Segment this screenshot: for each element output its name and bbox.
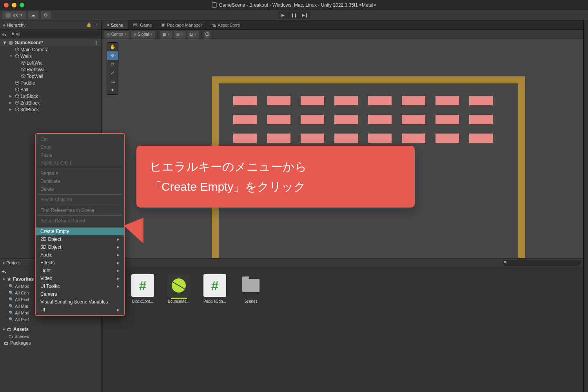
lock-icon[interactable]: 🔒 (86, 22, 92, 27)
folder-item[interactable]: 🗀Scenes (0, 333, 102, 340)
rotate-tool[interactable]: ⟳ (107, 60, 118, 69)
ctx-effects[interactable]: Effects▶ (36, 259, 124, 267)
asset-label: Scenes (237, 299, 265, 303)
pause-button[interactable]: ❚❚ (289, 11, 299, 19)
ctx-camera[interactable]: Camera (36, 290, 124, 298)
fav-item[interactable]: 🔍All Pref (0, 316, 102, 323)
ctx-ui[interactable]: UI▶ (36, 306, 124, 314)
ctx-3d-object[interactable]: 3D Object▶ (36, 243, 124, 251)
ctx-find-references[interactable]: Find References in Scene (36, 206, 124, 214)
account-name: KK (13, 13, 18, 18)
add-button[interactable]: +▾ (2, 31, 10, 37)
tab-asset-store[interactable]: 🛍Asset Store (207, 20, 245, 29)
tree-item-rightwall[interactable]: RightWall (0, 66, 102, 73)
cloud-icon: ☁ (31, 13, 35, 18)
hand-tool[interactable]: ✋ (107, 43, 118, 51)
project-search[interactable] (503, 260, 581, 266)
ctx-2d-object[interactable]: 2D Object▶ (36, 235, 124, 243)
hierarchy-tab[interactable]: ≡ Hierarchy 🔒⋮ (0, 20, 102, 30)
ctx-label: UI (40, 307, 45, 313)
transform-tool[interactable]: ✦ (107, 86, 118, 94)
assets-header[interactable]: ▼🗀Assets (0, 326, 102, 333)
tab-game[interactable]: 🎮Game (128, 20, 156, 29)
play-button[interactable]: ▶ (278, 11, 289, 19)
ctx-create-empty[interactable]: Create Empty (36, 228, 124, 235)
ctx-duplicate[interactable]: Duplicate (36, 177, 124, 185)
step-button[interactable]: ▶❚ (299, 11, 310, 19)
ctx-select-children[interactable]: Select Children (36, 196, 124, 204)
ctx-audio[interactable]: Audio▶ (36, 251, 124, 259)
expand-icon[interactable]: ▶ (9, 108, 13, 111)
rect-tool[interactable]: ▭ (107, 77, 118, 86)
maximize-icon[interactable] (20, 3, 24, 7)
tree-item-3rdblock[interactable]: ▶3rdBlock (0, 106, 102, 113)
expand-icon[interactable]: ▶ (9, 101, 13, 105)
move-tool[interactable]: ✥ (107, 51, 118, 60)
playback-controls: ▶ ❚❚ ▶❚ (278, 11, 310, 19)
expand-icon[interactable]: ▶ (9, 94, 13, 98)
hierarchy-title: Hierarchy (7, 23, 25, 27)
ctx-delete[interactable]: Delete (36, 185, 124, 193)
ctx-paste-as-child[interactable]: Paste As Child (36, 159, 124, 167)
expand-icon[interactable]: ▼ (2, 328, 5, 331)
minimize-icon[interactable] (12, 3, 16, 7)
separator (158, 32, 158, 37)
tree-item-main-camera[interactable]: Main Camera (0, 46, 102, 53)
account-button[interactable]: KK ▼ (2, 11, 26, 19)
asset-item[interactable]: BounceMa... (165, 274, 192, 303)
ctx-label: 2D Object (40, 237, 61, 242)
inspector-collapsed[interactable] (583, 20, 588, 392)
ctx-copy[interactable]: Copy (36, 143, 124, 151)
draw-mode-button[interactable]: 🖵 (204, 31, 211, 38)
cloud-button[interactable]: ☁ (28, 11, 38, 19)
tree-item-walls[interactable]: ▼Walls (0, 53, 102, 60)
scene-menu-icon[interactable]: ⋮ (94, 40, 99, 45)
tree-item-ball[interactable]: Ball (0, 86, 102, 93)
asset-item[interactable]: #PaddleCon... (201, 274, 228, 303)
ctx-rename[interactable]: Rename (36, 170, 124, 177)
scale-tool[interactable]: ⤢ (107, 69, 118, 77)
close-icon[interactable] (4, 3, 9, 7)
expand-icon[interactable]: ▼ (2, 278, 5, 281)
tree-item-1stblock[interactable]: ▶1stBlock (0, 93, 102, 99)
tree-item-topwall[interactable]: TopWall (0, 73, 102, 79)
global-local-dropdown[interactable]: ⊕Global▼ (131, 31, 155, 38)
hierarchy-toolbar: +▾ All (0, 30, 102, 38)
fav-label: All Mod (15, 284, 29, 289)
snap-toggle-button[interactable]: ⊔▼ (187, 31, 199, 38)
ctx-ui-toolkit[interactable]: UI Toolkit▶ (36, 282, 124, 290)
store-icon: 🛍 (211, 23, 216, 27)
tree-item-paddle[interactable]: Paddle (0, 79, 102, 86)
search-placeholder: All (16, 32, 20, 36)
ctx-paste[interactable]: Paste (36, 151, 124, 159)
scene-row[interactable]: ▼ GameScene* ⋮ (0, 39, 102, 46)
ctx-light[interactable]: Light▶ (36, 267, 124, 275)
packages-header[interactable]: 🗀Packages (0, 340, 102, 347)
window-title: GameScene - Breakout - Windows, Mac, Lin… (212, 2, 376, 8)
panel-menu-icon[interactable]: 🔒⋮ (86, 22, 98, 27)
hierarchy-search[interactable]: All (10, 31, 100, 37)
tree-item-2ndblock[interactable]: ▶2ndBlock (0, 99, 102, 106)
pivot-center-dropdown[interactable]: ◎Center▼ (104, 31, 129, 38)
tree-item-leftwall[interactable]: LeftWall (0, 60, 102, 66)
folder-icon: 🗀 (9, 334, 13, 339)
ctx-set-default-parent[interactable]: Set as Default Parent (36, 217, 124, 225)
chevron-right-icon: ▶ (117, 276, 120, 280)
asset-item[interactable]: #BlockCont... (129, 274, 156, 303)
annotation-callout: ヒエラルキーのメニューから 「Create Empty」をクリック (136, 146, 415, 208)
ctx-label: Duplicate (40, 179, 60, 184)
asset-item[interactable]: Scenes (238, 274, 264, 303)
ctx-cut[interactable]: Cut (36, 135, 124, 143)
ctx-video[interactable]: Video▶ (36, 275, 124, 282)
add-button[interactable]: +▾ (2, 268, 6, 275)
ctx-visual-scripting[interactable]: Visual Scripting Scene Variables (36, 298, 124, 306)
tab-package-manager[interactable]: ▣Package Manager (156, 20, 207, 29)
grid-snap-button[interactable]: ▦▼ (160, 31, 172, 38)
search-icon: 🔍 (9, 311, 13, 315)
snap-increment-button[interactable]: ⊞▼ (174, 31, 186, 38)
tab-scene[interactable]: ⌗Scene (102, 20, 128, 29)
settings-button[interactable]: ⚙ (41, 11, 51, 19)
hierarchy-icon: ≡ (3, 23, 5, 27)
expand-icon[interactable]: ▼ (9, 54, 13, 58)
expand-icon[interactable]: ▼ (2, 40, 7, 45)
